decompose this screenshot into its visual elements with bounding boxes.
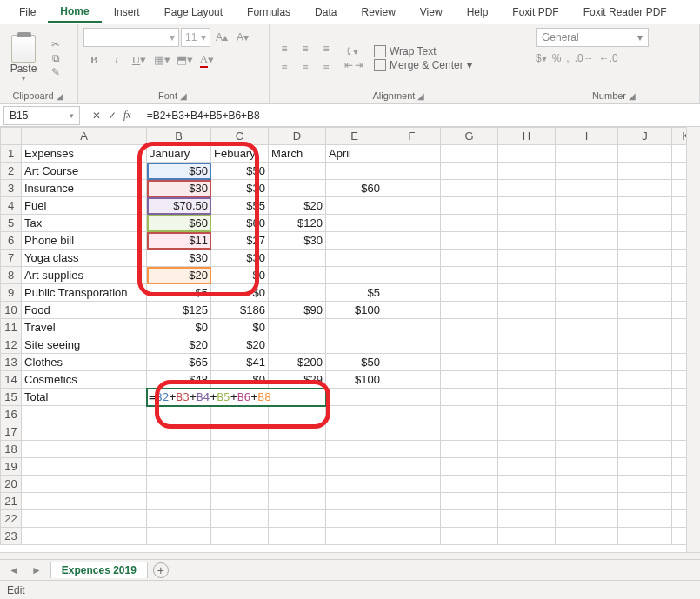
row-header-1[interactable]: 1 [1,145,22,163]
cell-F1[interactable] [383,145,441,163]
fill-color-button[interactable]: ⬒▾ [174,50,195,70]
cell-A20[interactable] [22,476,147,493]
cell-B4[interactable]: $70.50 [147,197,211,215]
cell-C19[interactable] [211,458,269,476]
tab-home[interactable]: Home [48,2,101,23]
row-header-19[interactable]: 19 [1,458,22,476]
cell-G1[interactable] [441,145,498,163]
cell-I7[interactable] [556,250,618,267]
cell-F14[interactable] [383,371,441,389]
cell-E5[interactable] [326,215,383,232]
cell-B14[interactable]: $48 [147,371,211,389]
tab-foxit[interactable]: Foxit PDF [500,3,570,22]
cell-B3[interactable]: $30 [147,180,211,197]
cell-F8[interactable] [383,267,441,284]
cell-A3[interactable]: Insurance [22,180,147,197]
cell-J6[interactable] [618,232,672,250]
col-header-F[interactable]: F [383,128,441,145]
cell-A23[interactable] [22,528,147,545]
cell-B13[interactable]: $65 [147,354,211,371]
merge-center-button[interactable]: Merge & Center ▾ [374,59,472,71]
cell-C5[interactable]: $60 [211,215,269,232]
tab-view[interactable]: View [408,3,455,22]
cell-D8[interactable] [269,267,326,284]
increase-indent-icon[interactable]: ⇥ [355,59,363,71]
select-all-corner[interactable] [1,128,22,145]
cell-A6[interactable]: Phone bill [22,232,147,250]
cell-F17[interactable] [383,423,441,441]
cell-G4[interactable] [441,197,498,215]
cell-A15[interactable]: Total [22,389,147,406]
cell-J14[interactable] [618,371,672,389]
cell-H20[interactable] [498,476,556,493]
cell-J23[interactable] [618,528,672,545]
cell-F12[interactable] [383,336,441,354]
row-header-10[interactable]: 10 [1,302,22,319]
cell-E15[interactable] [326,389,383,406]
cell-E14[interactable]: $100 [326,371,383,389]
cell-B19[interactable] [147,458,211,476]
cell-F16[interactable] [383,406,441,423]
border-button[interactable]: ▦▾ [151,50,172,70]
cell-A10[interactable]: Food [22,302,147,319]
cell-B12[interactable]: $20 [147,336,211,354]
cell-H13[interactable] [498,354,556,371]
cell-C12[interactable]: $20 [211,336,269,354]
cell-E18[interactable] [326,441,383,458]
cell-H21[interactable] [498,493,556,510]
row-header-8[interactable]: 8 [1,267,22,284]
cell-A5[interactable]: Tax [22,215,147,232]
cell-J5[interactable] [618,215,672,232]
cell-J22[interactable] [618,510,672,528]
cell-F20[interactable] [383,476,441,493]
cell-B21[interactable] [147,493,211,510]
cell-A4[interactable]: Fuel [22,197,147,215]
cell-H10[interactable] [498,302,556,319]
cell-I2[interactable] [556,163,618,180]
cell-G9[interactable] [441,284,498,302]
row-header-15[interactable]: 15 [1,389,22,406]
cell-H1[interactable] [498,145,556,163]
paste-button[interactable]: Paste ▾ [5,35,42,83]
cell-I10[interactable] [556,302,618,319]
cell-H14[interactable] [498,371,556,389]
cell-B7[interactable]: $30 [147,250,211,267]
cell-E6[interactable] [326,232,383,250]
cell-G10[interactable] [441,302,498,319]
cell-A14[interactable]: Cosmetics [22,371,147,389]
cell-D4[interactable]: $20 [269,197,326,215]
copy-icon[interactable]: ⧉ [49,52,63,64]
cell-B9[interactable]: $5 [147,284,211,302]
cell-C1[interactable]: Febuary [211,145,269,163]
formula-input[interactable]: =B2+B3+B4+B5+B6+B8 [140,110,700,122]
cell-I4[interactable] [556,197,618,215]
cell-G22[interactable] [441,510,498,528]
bold-button[interactable]: B [83,50,104,70]
cell-D5[interactable]: $120 [269,215,326,232]
cell-C21[interactable] [211,493,269,510]
row-header-11[interactable]: 11 [1,319,22,336]
cell-G8[interactable] [441,267,498,284]
cell-A1[interactable]: Expenses [22,145,147,163]
cell-F15[interactable] [383,389,441,406]
italic-button[interactable]: I [106,50,127,70]
cell-C17[interactable] [211,423,269,441]
font-family-combo[interactable]: ▾ [83,28,179,47]
cell-H3[interactable] [498,180,556,197]
cell-B18[interactable] [147,441,211,458]
cell-D7[interactable] [269,250,326,267]
row-header-13[interactable]: 13 [1,354,22,371]
cell-D9[interactable] [269,284,326,302]
col-header-G[interactable]: G [441,128,498,145]
cell-D16[interactable] [269,406,326,423]
cell-G17[interactable] [441,423,498,441]
cell-I13[interactable] [556,354,618,371]
align-top-icon[interactable]: ≡ [275,40,294,57]
alignment-dialog-launcher[interactable]: ◢ [417,91,426,101]
cancel-formula-icon[interactable]: ✕ [92,110,101,122]
cell-D21[interactable] [269,493,326,510]
sheet-tab-active[interactable]: Expences 2019 [50,562,148,578]
col-header-A[interactable]: A [22,128,147,145]
tab-help[interactable]: Help [455,3,501,22]
tab-formulas[interactable]: Formulas [235,3,303,22]
